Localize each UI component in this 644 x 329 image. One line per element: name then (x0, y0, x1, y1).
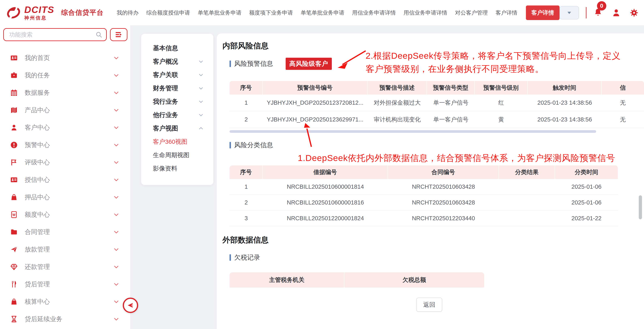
annotation-arrow-to-badge (330, 47, 371, 71)
topbar-right-cluster: 0 (560, 6, 638, 19)
top-navigation-bar: DCITS 神州信息 综合信贷平台 我的待办综合额度授信申请单笔单批业务申请额度… (0, 0, 644, 25)
user-profile-button[interactable] (612, 8, 621, 17)
column-header: 主管税务机关 (230, 272, 344, 288)
submenu-item-label: 影像资料 (153, 164, 204, 173)
table-row[interactable]: 1YJBHYJXH_DGP20250123720812...对外担保金额过大单一… (230, 94, 644, 111)
sidebar-item-授信中心[interactable]: 授信中心 (0, 171, 130, 189)
submenu-item-我行业务[interactable]: 我行业务 (141, 95, 213, 108)
sidebar-item-产品中心[interactable]: 产品中心 (0, 101, 130, 119)
sidebar-item-核算中心[interactable]: 核算中心 (0, 293, 130, 310)
risk-warning-table: 序号预警信号编号预警信号描述预警信号类型预警信号级别触发时间信1YJBHYJXH… (230, 81, 644, 128)
menu-expand-icon (115, 30, 123, 39)
panel-collapse-button[interactable] (123, 298, 138, 313)
submenu-item-他行业务[interactable]: 他行业务 (141, 108, 213, 122)
topnav-item[interactable]: 对公客户管理 (455, 9, 488, 16)
risk-class-table: 序号借据编号合同编号分类结果分类时间1NRCBILL20250106000018… (230, 165, 618, 226)
tax-record-table: 主管税务机关欠税总额 (230, 272, 484, 288)
sidebar-item-我的首页[interactable]: 我的首页 (0, 49, 130, 67)
sidebar-item-数据服务[interactable]: 数据服务 (0, 84, 130, 101)
chevron-down-icon (113, 264, 119, 270)
topnav-items: 我的待办综合额度授信申请单笔单批业务申请额度项下业务申请单笔单批业务申请用信业务… (117, 9, 518, 16)
cell: 2025-01-23 14:38:56 (528, 111, 602, 128)
tab-overflow-dropdown[interactable] (560, 6, 579, 19)
table-row[interactable]: 2YJBHYJXH_DGP20250123629971...审计机构出现变化单一… (230, 111, 644, 128)
sidebar-collapse-menu-button[interactable] (110, 28, 128, 41)
high-risk-customer-badge: 高风险级客户 (286, 58, 332, 70)
cell: 2 (230, 111, 263, 128)
credit-platform-app: DCITS 神州信息 综合信贷平台 我的待办综合额度授信申请单笔单批业务申请额度… (0, 0, 644, 329)
submenu-item-基本信息[interactable]: 基本信息 (141, 41, 213, 55)
function-search-input[interactable] (3, 28, 107, 41)
primary-sidebar: 我的首页我的任务数据服务产品中心客户中心预警中心评级中心授信中心押品中心额度中心… (0, 25, 131, 329)
topnav-item[interactable]: 用信业务申请详情 (352, 9, 396, 16)
cell: YJBHYJXH_DGP20250123720812... (263, 94, 368, 111)
submenu-item-客户360视图[interactable]: 客户360视图 (141, 135, 213, 148)
sidebar-item-还款管理[interactable]: 还款管理 (0, 258, 130, 276)
chevron-down-icon (113, 246, 119, 253)
annotation-step2: 2.根据DeepSeek传导策略，将客户名下预警信号向上传导，定义客户预警级别，… (366, 49, 623, 75)
table-row[interactable]: 3NRCBILL2025012200001824NRCHT20250122034… (230, 211, 618, 226)
back-button[interactable]: 返回 (416, 298, 442, 312)
chevron-down-icon (113, 90, 119, 96)
sidebar-item-label: 我的首页 (25, 54, 113, 62)
diamond-icon (10, 263, 18, 271)
horizontal-scrollbar[interactable] (230, 130, 596, 133)
sidebar-item-我的任务[interactable]: 我的任务 (0, 67, 130, 84)
topnav-item[interactable]: 单笔单批业务申请 (301, 9, 344, 16)
submenu-item-客户关联[interactable]: 客户关联 (141, 68, 213, 82)
topnav-item[interactable]: 综合额度授信申请 (146, 9, 190, 16)
sidebar-item-label: 授信中心 (25, 176, 113, 184)
cell (499, 211, 555, 226)
sidebar-item-label: 贷后延续业务 (25, 315, 113, 323)
cell: 无 (602, 111, 644, 128)
sidebar-item-额度中心[interactable]: 额度中心 (0, 206, 130, 223)
triangle-down-icon (566, 10, 572, 16)
submenu-item-客户概况[interactable]: 客户概况 (141, 55, 213, 68)
cell: 对外担保金额过大 (368, 94, 427, 111)
vertical-scrollbar[interactable] (639, 195, 642, 219)
cell: 无 (602, 94, 644, 111)
submenu-item-财务管理[interactable]: 财务管理 (141, 82, 213, 95)
function-search-box (3, 28, 107, 41)
sidebar-item-贷后延续业务[interactable]: 贷后延续业务 (0, 310, 130, 328)
cell: 2 (230, 195, 263, 211)
chevron-down-icon (113, 55, 119, 61)
cell: NRCBILL2025010600001816 (263, 195, 388, 211)
settings-gear-button[interactable] (630, 8, 638, 17)
sidebar-item-评级中心[interactable]: 评级中心 (0, 154, 130, 171)
data-table: 主管税务机关欠税总额 (230, 272, 484, 288)
bag-icon (10, 193, 18, 201)
table-row[interactable]: 1NRCBILL2025010600001814NRCHT20250106034… (230, 179, 618, 195)
sidebar-item-贷后管理[interactable]: 贷后管理 (0, 276, 130, 293)
submenu-item-生命周期视图[interactable]: 生命周期视图 (141, 148, 213, 162)
sidebar-item-客户中心[interactable]: 客户中心 (0, 119, 130, 136)
risk-class-subsection: 风险分类信息 (230, 141, 273, 150)
cell: NRCBILL2025010600001814 (263, 179, 388, 195)
chevron-down-icon (113, 159, 119, 165)
topnav-item[interactable]: 客户详情 (496, 9, 518, 16)
notifications-button[interactable]: 0 (593, 8, 603, 17)
table-row[interactable]: 2NRCBILL2025010600001816NRCHT20250106034… (230, 195, 618, 211)
submenu-item-label: 生命周期视图 (153, 151, 204, 159)
chevron-down-icon (113, 281, 119, 287)
sidebar-item-label: 放款管理 (25, 245, 113, 254)
sidebar-item-合同管理[interactable]: 合同管理 (0, 223, 130, 241)
sidebar-item-放款管理[interactable]: 放款管理 (0, 241, 130, 258)
topnav-item[interactable]: 我的待办 (117, 9, 138, 16)
sidebar-item-label: 客户中心 (25, 123, 113, 132)
hourglass-icon (10, 315, 18, 323)
map-icon (10, 106, 18, 114)
sidebar-search-row (0, 25, 130, 41)
sidebar-item-押品中心[interactable]: 押品中心 (0, 189, 130, 206)
submenu-item-影像资料[interactable]: 影像资料 (141, 162, 213, 175)
sidebar-item-预警中心[interactable]: 预警中心 (0, 136, 130, 154)
collapse-arrow-icon (126, 301, 135, 310)
topnav-item[interactable]: 额度项下业务申请 (249, 9, 293, 16)
risk-warning-title: 风险预警信息 (234, 59, 273, 68)
submenu-item-客户视图[interactable]: 客户视图 (141, 122, 213, 135)
active-tab-customer-detail[interactable]: 客户详情 (526, 5, 560, 20)
topnav-item[interactable]: 单笔单批业务申请 (198, 9, 242, 16)
topnav-item[interactable]: 用信业务申请详情 (404, 9, 447, 16)
utensils-icon (10, 280, 18, 288)
cell: 3 (230, 211, 263, 226)
